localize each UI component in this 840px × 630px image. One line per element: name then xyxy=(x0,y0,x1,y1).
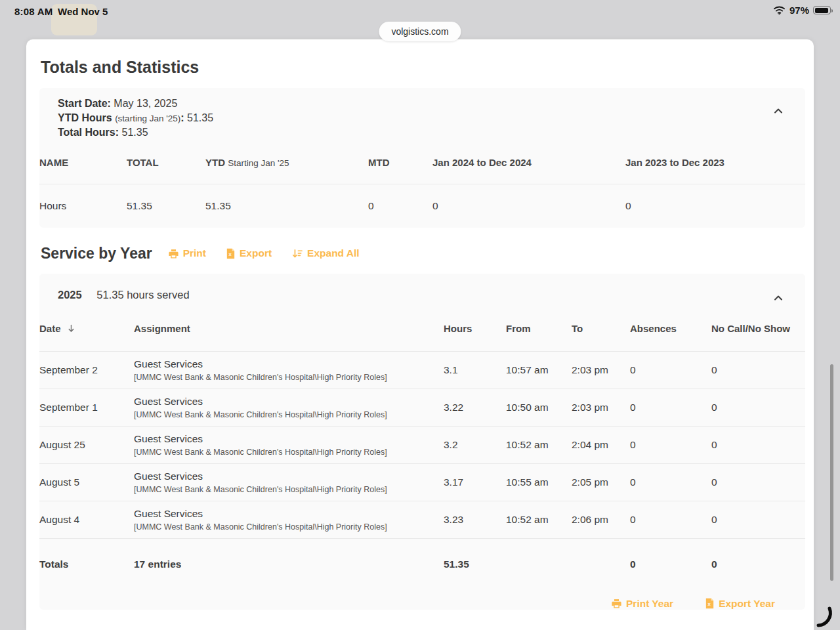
cell-absences: 0 xyxy=(630,351,711,388)
cell-date: September 2 xyxy=(39,351,134,388)
table-row: September 1 Guest Services [UMMC West Ba… xyxy=(39,388,805,426)
printer-icon xyxy=(168,248,179,259)
service-by-year-title: Service by Year xyxy=(41,245,152,262)
cell-2023: 0 xyxy=(625,184,805,228)
cell-mtd: 0 xyxy=(368,184,432,228)
collapse-year-button[interactable] xyxy=(770,289,787,306)
scrollbar[interactable] xyxy=(830,364,833,581)
cell-to: 2:03 pm xyxy=(572,388,630,426)
service-table: Date Assignment Hours From To Absences N… xyxy=(39,311,805,590)
cell-date: September 1 xyxy=(39,388,134,426)
cell-absences: 0 xyxy=(630,426,711,463)
wifi-icon xyxy=(773,5,786,15)
table-row: Hours 51.35 51.35 0 0 0 xyxy=(39,184,805,228)
print-button[interactable]: Print xyxy=(168,247,206,259)
col-from: From xyxy=(506,311,572,352)
cell-to: 2:04 pm xyxy=(572,426,630,463)
svg-text:x: x xyxy=(708,601,711,607)
table-row: September 2 Guest Services [UMMC West Ba… xyxy=(39,351,805,388)
sort-descending-icon xyxy=(66,324,76,333)
cell-no-call: 0 xyxy=(711,388,805,426)
cell-absences: 0 xyxy=(630,388,711,426)
address-bar[interactable]: volgistics.com xyxy=(379,22,461,41)
ytd-hours-value: 51.35 xyxy=(187,112,213,123)
col-to: To xyxy=(572,311,630,352)
total-hours-label: Total Hours: xyxy=(58,127,119,138)
cell-hours: 3.2 xyxy=(444,426,506,463)
cell-assignment: Guest Services [UMMC West Bank & Masonic… xyxy=(134,388,444,426)
cell-from: 10:52 am xyxy=(506,501,572,538)
summary-card: Start Date: May 13, 2025 YTD Hours (star… xyxy=(39,88,805,228)
ytd-hours-label: YTD Hours xyxy=(58,112,112,123)
cell-absences: 0 xyxy=(630,501,711,538)
export-file-icon: x xyxy=(226,248,236,259)
corner-arc-element xyxy=(814,602,840,630)
svg-text:x: x xyxy=(229,251,232,257)
col-assignment: Assignment xyxy=(134,311,444,352)
totals-no-call: 0 xyxy=(711,538,805,590)
cell-to: 2:06 pm xyxy=(572,501,630,538)
year-2025-card: 2025 51.35 hours served Date xyxy=(39,274,805,610)
chevron-up-icon xyxy=(772,104,785,117)
col-ytd: YTD Starting Jan '25 xyxy=(205,146,368,184)
cell-from: 10:52 am xyxy=(506,426,572,463)
cell-no-call: 0 xyxy=(711,501,805,538)
cell-assignment: Guest Services [UMMC West Bank & Masonic… xyxy=(134,351,444,388)
cell-2024: 0 xyxy=(432,184,625,228)
hours-served-label: 51.35 hours served xyxy=(96,289,189,301)
status-bar: 8:08 AM Wed Nov 5 97% xyxy=(0,0,840,21)
totals-hours: 51.35 xyxy=(444,538,506,590)
col-total: TOTAL xyxy=(127,146,205,184)
table-row: August 4 Guest Services [UMMC West Bank … xyxy=(39,501,805,538)
cell-date: August 4 xyxy=(39,501,134,538)
totals-label: Totals xyxy=(39,538,134,590)
status-time: 8:08 AM xyxy=(14,6,52,17)
export-year-button[interactable]: x Export Year xyxy=(705,598,775,610)
col-name: NAME xyxy=(39,146,127,184)
col-mtd: MTD xyxy=(368,146,432,184)
web-content: Totals and Statistics Start Date: May 13… xyxy=(26,39,814,630)
status-date: Wed Nov 5 xyxy=(58,6,108,17)
cell-to: 2:05 pm xyxy=(572,463,630,501)
total-hours-value: 51.35 xyxy=(121,127,148,138)
col-no-call: No Call/No Show xyxy=(711,311,805,352)
col-date[interactable]: Date xyxy=(39,311,134,352)
start-date-value: May 13, 2025 xyxy=(114,98,177,109)
col-2024: Jan 2024 to Dec 2024 xyxy=(432,146,625,184)
table-row: August 25 Guest Services [UMMC West Bank… xyxy=(39,426,805,463)
printer-icon xyxy=(611,598,622,609)
summary-info: Start Date: May 13, 2025 YTD Hours (star… xyxy=(39,88,805,146)
cell-assignment: Guest Services [UMMC West Bank & Masonic… xyxy=(134,463,444,501)
cell-name: Hours xyxy=(39,184,127,228)
totals-absences: 0 xyxy=(630,538,711,590)
cell-from: 10:50 am xyxy=(506,388,572,426)
cell-date: August 25 xyxy=(39,426,134,463)
year-label: 2025 xyxy=(58,289,82,301)
cell-hours: 3.23 xyxy=(444,501,506,538)
col-absences: Absences xyxy=(630,311,711,352)
cell-assignment: Guest Services [UMMC West Bank & Masonic… xyxy=(134,426,444,463)
cell-no-call: 0 xyxy=(711,351,805,388)
expand-all-button[interactable]: Expand All xyxy=(291,247,360,259)
cell-hours: 3.1 xyxy=(444,351,506,388)
cell-from: 10:57 am xyxy=(506,351,572,388)
start-date-label: Start Date: xyxy=(58,98,111,109)
totals-row: Totals 17 entries 51.35 0 0 xyxy=(39,538,805,590)
cell-ytd: 51.35 xyxy=(205,184,368,228)
print-year-button[interactable]: Print Year xyxy=(611,598,673,610)
export-file-icon: x xyxy=(705,598,715,609)
table-row: August 5 Guest Services [UMMC West Bank … xyxy=(39,463,805,501)
col-hours: Hours xyxy=(444,311,506,352)
cell-hours: 3.22 xyxy=(444,388,506,426)
battery-percent: 97% xyxy=(789,5,809,16)
export-button[interactable]: x Export xyxy=(226,247,272,259)
cell-no-call: 0 xyxy=(711,463,805,501)
totals-entries: 17 entries xyxy=(134,538,444,590)
year-card-header: 2025 51.35 hours served xyxy=(39,274,805,311)
cell-from: 10:55 am xyxy=(506,463,572,501)
page-title: Totals and Statistics xyxy=(41,58,814,77)
cell-no-call: 0 xyxy=(711,426,805,463)
cell-date: August 5 xyxy=(39,463,134,501)
collapse-summary-button[interactable] xyxy=(770,102,787,119)
summary-table: NAME TOTAL YTD Starting Jan '25 MTD Jan … xyxy=(39,146,805,228)
